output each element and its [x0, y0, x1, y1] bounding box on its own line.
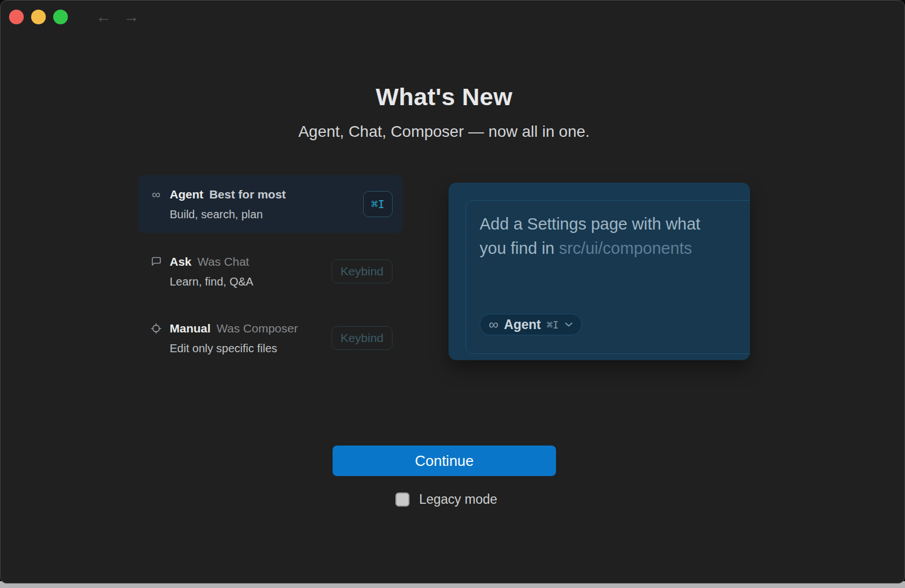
mode-description: Edit only specific files — [170, 342, 331, 355]
mode-description: Learn, find, Q&A — [170, 275, 331, 288]
mode-manual-main: Manual Was Composer Edit only specific f… — [149, 322, 331, 355]
close-window-button[interactable] — [9, 10, 24, 24]
legacy-mode-label: Legacy mode — [419, 492, 497, 507]
mode-description: Build, search, plan — [170, 208, 363, 221]
minimize-window-button[interactable] — [31, 10, 46, 24]
prompt-input-preview: Add a Settings page with what you find i… — [466, 200, 750, 354]
pill-keybind-label: ⌘I — [546, 319, 559, 331]
agent-preview-card: Add a Settings page with what you find i… — [449, 183, 750, 360]
chevron-down-icon — [564, 322, 573, 327]
mode-agent-main: ∞ Agent Best for most Build, search, pla… — [149, 188, 363, 221]
prompt-path-text: src/ui/components — [559, 239, 692, 257]
pill-mode-label: Agent — [504, 317, 541, 332]
infinity-icon: ∞ — [149, 188, 163, 201]
mode-tag: Best for most — [209, 188, 286, 201]
forward-arrow-icon[interactable]: → — [122, 8, 140, 26]
zoom-window-button[interactable] — [53, 10, 68, 24]
agent-keybind-badge[interactable]: ⌘I — [363, 191, 393, 217]
mode-tag: Was Composer — [217, 322, 298, 335]
manual-keybind-input[interactable]: Keybind — [331, 326, 393, 350]
whats-new-window: ← → What's New Agent, Chat, Composer — n… — [0, 0, 905, 583]
mode-option-agent[interactable]: ∞ Agent Best for most Build, search, pla… — [138, 175, 403, 233]
crosshair-icon — [149, 323, 163, 334]
mode-ask-main: Ask Was Chat Learn, find, Q&A — [149, 255, 331, 288]
prompt-text: Add a Settings page with what you find i… — [480, 212, 730, 261]
titlebar[interactable]: ← → — [1, 1, 904, 34]
continue-button[interactable]: Continue — [333, 446, 556, 476]
page-subtitle: Agent, Chat, Composer — now all in one. — [1, 123, 887, 141]
legacy-mode-checkbox[interactable] — [395, 492, 410, 507]
mode-selector-pill[interactable]: ∞ Agent ⌘I — [480, 314, 582, 335]
mode-name: Ask — [170, 255, 192, 268]
legacy-mode-row: Legacy mode — [1, 492, 892, 507]
history-nav: ← → — [94, 8, 140, 26]
traffic-lights — [9, 10, 68, 24]
mode-tag: Was Chat — [197, 255, 249, 268]
chat-bubble-icon — [149, 256, 163, 267]
page-title: What's New — [1, 83, 887, 111]
mode-name: Agent — [170, 188, 204, 201]
ask-keybind-input[interactable]: Keybind — [331, 260, 393, 283]
mode-name: Manual — [170, 322, 210, 335]
mode-option-manual[interactable]: Manual Was Composer Edit only specific f… — [138, 314, 403, 362]
infinity-icon: ∞ — [489, 314, 498, 335]
mode-option-ask[interactable]: Ask Was Chat Learn, find, Q&A Keybind — [138, 248, 403, 295]
mode-list: ∞ Agent Best for most Build, search, pla… — [138, 175, 403, 362]
back-arrow-icon[interactable]: ← — [94, 8, 113, 26]
